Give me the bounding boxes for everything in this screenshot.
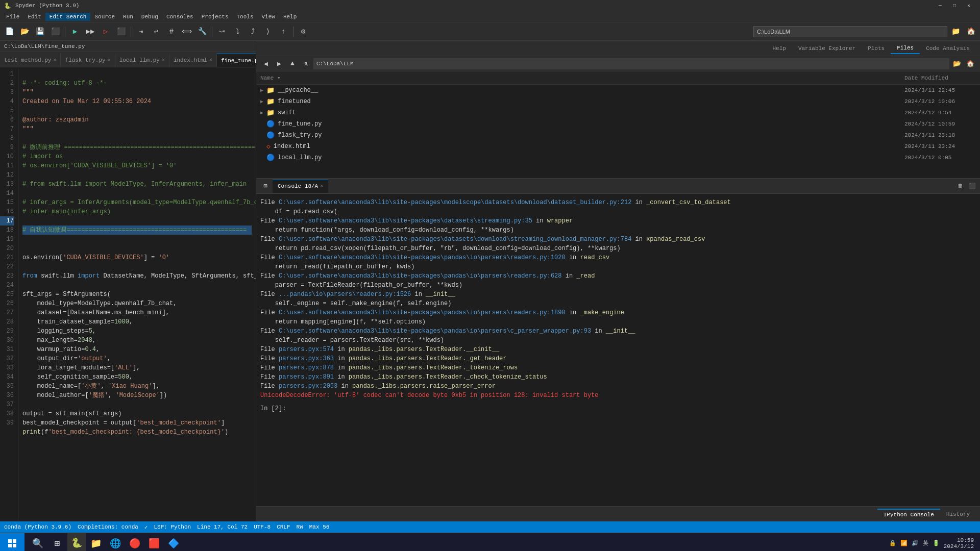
console-line: return pd.read_csv(xopen(filepath_or_buf… (260, 244, 976, 253)
tab-index-html[interactable]: index.html × (169, 54, 217, 67)
console-buttons: 🗑 ⬛ (954, 181, 978, 192)
filter-button[interactable]: ⚗ (300, 58, 311, 69)
file-item-local-llm-py[interactable]: 🔵 local_llm.py 2024/3/12 0:05 (256, 152, 980, 163)
clear-console-button[interactable]: 🗑 (954, 181, 966, 192)
menu-debug[interactable]: Debug (137, 13, 162, 21)
tab-close[interactable]: × (162, 58, 165, 63)
step-into-button[interactable]: ⤵ (230, 24, 244, 39)
tab-fine-tune[interactable]: fine_tune.py × (217, 54, 256, 67)
file-item-flask-try-py[interactable]: 🔵 flask_try.py 2024/3/11 23:18 (256, 130, 980, 141)
taskbar-app5[interactable]: 🟥 (145, 533, 163, 552)
file-item-index-html[interactable]: ◇ index.html 2024/3/11 23:24 (256, 141, 980, 152)
console-line: parser = TextFileReader(filepath_or_buff… (260, 281, 976, 290)
col-date-header[interactable]: Date Modified (904, 75, 976, 81)
minimize-button[interactable]: ─ (933, 1, 947, 11)
taskbar-search[interactable]: 🔍 (29, 533, 47, 552)
menu-source[interactable]: Source (90, 13, 119, 21)
nav-back[interactable]: ◀ (260, 58, 272, 69)
tab-test-method[interactable]: test_method.py × (0, 54, 61, 67)
nav-up[interactable]: ▲ (287, 58, 298, 69)
home-file[interactable]: 🏠 (965, 58, 976, 69)
title-text: Spyder (Python 3.9) (15, 3, 79, 9)
step-out-button[interactable]: ⤴ (246, 24, 260, 39)
browse-file[interactable]: 📂 (951, 58, 963, 69)
col-name-header[interactable]: Name ▾ (260, 74, 904, 81)
menu-search[interactable]: Edit Search (45, 13, 91, 21)
tab-help[interactable]: Help (767, 43, 792, 54)
tab-label: test_method.py (4, 57, 51, 63)
code-editor: 12345 678910 1112131415 1617181920 21222… (0, 67, 256, 521)
console-close[interactable]: × (320, 184, 323, 189)
open-button[interactable]: 📂 (17, 24, 32, 39)
indent-button[interactable]: ⇥ (134, 24, 148, 39)
expand-button[interactable]: ⟺ (180, 24, 194, 39)
tab-code-analysis[interactable]: Code Analysis (920, 43, 976, 54)
git-button[interactable]: ⚙ (296, 24, 310, 39)
tab-variable-explorer[interactable]: Variable Explorer (792, 43, 862, 54)
taskbar-chrome[interactable]: 🔴 (126, 533, 144, 552)
run-button[interactable]: ▶ (68, 24, 82, 39)
path-text: C:\LoDa\LLM\fine_tune.py (4, 43, 85, 49)
menu-tools[interactable]: Tools (233, 13, 258, 21)
tab-plots[interactable]: Plots (862, 43, 891, 54)
up-arrow-button[interactable]: ↑ (276, 24, 290, 39)
file-item-pycache[interactable]: ▶ 📁 __pycache__ 2024/3/11 22:45 (256, 85, 980, 96)
continue-button[interactable]: ⟩ (261, 24, 275, 39)
tab-files[interactable]: Files (891, 43, 920, 54)
step-over-button[interactable]: ⤻ (215, 24, 229, 39)
history-tab[interactable]: History (940, 509, 976, 519)
tab-label: flask_try.py (65, 57, 105, 63)
console-tab-label: Console 18/A (278, 183, 318, 189)
py-icon: 🔵 (266, 154, 275, 162)
tab-close[interactable]: × (53, 58, 56, 63)
unindent-button[interactable]: ↩ (149, 24, 163, 39)
menu-file[interactable]: File (2, 13, 23, 21)
console-line: return _read(filepath_or_buffer, kwds) (260, 262, 976, 271)
file-name: local_llm.py (278, 154, 904, 161)
tab-local-llm[interactable]: local_llm.py × (115, 54, 169, 67)
menu-consoles[interactable]: Consoles (162, 13, 198, 21)
stop-button[interactable]: ⬛ (114, 24, 128, 39)
menu-projects[interactable]: Projects (198, 13, 233, 21)
nav-forward[interactable]: ▶ (274, 58, 285, 69)
home-button[interactable]: 🏠 (964, 24, 978, 39)
debug-button[interactable]: ▷ (99, 24, 113, 39)
console-line: self._engine = self._make_engine(f, self… (260, 299, 976, 308)
taskbar-task-view[interactable]: ⊞ (48, 533, 66, 552)
save-all-button[interactable]: ⬛ (48, 24, 62, 39)
browse-button[interactable]: 📁 (948, 24, 963, 39)
svg-rect-1 (13, 539, 16, 543)
file-item-swift[interactable]: ▶ 📁 swift 2024/3/12 9:54 (256, 107, 980, 118)
code-content[interactable]: # -*- coding: utf-8 -*- """ Created on T… (18, 67, 256, 521)
file-name: flask_try.py (278, 132, 904, 139)
console-output[interactable]: File C:\user.software\anaconda3\lib\site… (256, 194, 980, 506)
comment-button[interactable]: # (164, 24, 179, 39)
maximize-button[interactable]: □ (947, 1, 962, 11)
path-input[interactable] (753, 26, 947, 37)
menu-run[interactable]: Run (119, 13, 137, 21)
run-cell-button[interactable]: ▶▶ (83, 24, 97, 39)
tab-close[interactable]: × (108, 58, 111, 63)
tab-close[interactable]: × (209, 58, 212, 63)
menu-view[interactable]: View (258, 13, 279, 21)
taskbar-ie[interactable]: 🌐 (106, 533, 125, 552)
console-line: return function(*args, download_config=d… (260, 226, 976, 235)
taskbar-spyder[interactable]: 🐍 (67, 533, 86, 552)
file-item-finetuned[interactable]: ▶ 📁 finetuned 2024/3/12 10:06 (256, 96, 980, 107)
taskbar-file-explorer[interactable]: 📁 (87, 533, 105, 552)
ipython-console-tab[interactable]: IPython Console (877, 509, 940, 520)
new-file-button[interactable]: 📄 (2, 24, 16, 39)
save-button[interactable]: 💾 (33, 24, 47, 39)
close-button[interactable]: ✕ (962, 1, 976, 11)
format-button[interactable]: 🔧 (195, 24, 209, 39)
menu-edit[interactable]: Edit (23, 13, 45, 21)
start-button[interactable] (0, 533, 24, 552)
tab-flask-try[interactable]: flask_try.py × (61, 54, 115, 67)
taskbar-app6[interactable]: 🔷 (164, 533, 183, 552)
console-tab-active[interactable]: Console 18/A × (273, 180, 328, 193)
file-name: __pycache__ (278, 87, 904, 94)
file-item-fine-tune-py[interactable]: 🔵 fine_tune.py 2024/3/12 10:59 (256, 118, 980, 130)
interrupt-button[interactable]: ⬛ (967, 181, 978, 192)
menu-help[interactable]: Help (279, 13, 301, 21)
toolbar: 📄 📂 💾 ⬛ ▶ ▶▶ ▷ ⬛ ⇥ ↩ # ⟺ 🔧 ⤻ ⤵ ⤴ ⟩ ↑ ⚙ 📁… (0, 22, 980, 41)
